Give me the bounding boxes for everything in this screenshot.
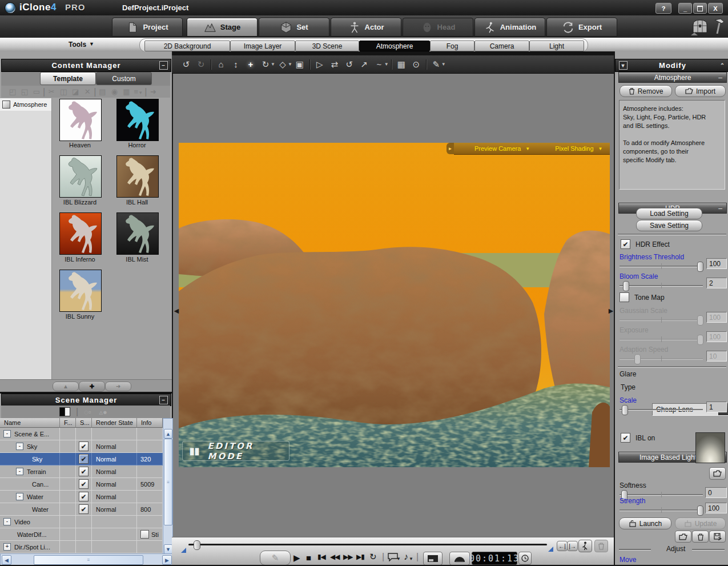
range-start-marker[interactable] <box>181 548 186 553</box>
expander[interactable]: - <box>16 443 23 450</box>
copy-icon[interactable]: ◫ <box>58 87 69 96</box>
redo-icon[interactable]: ↻ <box>194 59 208 70</box>
hdr-effect-checkbox[interactable]: ✔ <box>621 239 630 249</box>
music-note-icon[interactable]: ♪ <box>404 552 408 562</box>
column-render-state[interactable]: Render State <box>92 418 137 428</box>
timeline-track[interactable] <box>188 544 547 545</box>
undo-icon[interactable]: ↺ <box>179 59 194 70</box>
select-tool-icon[interactable]: ▷ <box>312 59 327 70</box>
expander[interactable]: - <box>16 493 23 500</box>
table-row-selected[interactable]: Sky ✔ Normal320 <box>0 453 163 465</box>
tab-export[interactable]: Export <box>546 18 617 37</box>
tab-actor[interactable]: Actor <box>331 18 401 37</box>
collapse-dash-icon[interactable]: – <box>718 204 722 212</box>
clock-button[interactable] <box>518 552 532 565</box>
panel-collapse-icon[interactable]: ⌃ <box>719 62 726 69</box>
softness-value[interactable]: 0 <box>705 487 727 498</box>
preview-camera-dropdown[interactable]: Preview Camera <box>474 145 521 152</box>
render-view[interactable] <box>179 143 610 467</box>
expander[interactable]: - <box>3 430 11 437</box>
tab-project[interactable]: Project <box>112 18 183 37</box>
select-shapes-icon[interactable]: ▵● <box>99 408 107 416</box>
caret-icon[interactable]: ▼ <box>288 62 292 67</box>
record-pen-button[interactable]: ✎ <box>260 551 291 565</box>
nav-add-button[interactable]: ✚ <box>79 381 105 392</box>
visibility-checkbox[interactable]: ✔ <box>79 467 89 476</box>
column-info[interactable]: Info <box>137 418 163 428</box>
still-checkbox[interactable] <box>140 530 149 539</box>
tone-map-checkbox[interactable]: ✔ <box>620 292 629 302</box>
ibl-save-button[interactable] <box>709 531 726 543</box>
loop-button[interactable]: ↻ <box>369 552 376 562</box>
bloom-scale-value[interactable]: 2 <box>706 278 727 288</box>
go-to-start-button[interactable]: ▮◀ <box>317 553 325 561</box>
select-dashed-icon[interactable]: ◌▫ <box>84 408 91 416</box>
cut-icon[interactable]: ✂ <box>46 87 57 96</box>
transfer-state-icon[interactable] <box>59 407 70 416</box>
caret-icon[interactable]: ▼ <box>598 146 603 151</box>
table-row[interactable]: -Water ✔ Normal <box>0 491 163 503</box>
ibl-texture-thumbnail[interactable] <box>695 432 725 463</box>
thumbnail-view-icon[interactable]: ▦ <box>120 87 132 96</box>
thumbnail-ibl-sunny[interactable] <box>59 270 102 312</box>
modify-menu-icon[interactable]: ▾ <box>619 61 628 70</box>
visibility-checkbox[interactable]: ✔ <box>79 479 89 489</box>
render-size-button[interactable] <box>423 552 443 565</box>
column-f[interactable]: F... <box>60 418 76 428</box>
table-row[interactable]: -Terrain ✔ Normal <box>0 465 163 478</box>
export-content-icon[interactable]: ▤ <box>96 87 108 96</box>
thumbnail-ibl-mist[interactable] <box>116 212 159 255</box>
thumbnail-heaven[interactable] <box>59 99 102 141</box>
expander[interactable]: - <box>3 518 11 525</box>
tab-set[interactable]: Set <box>259 18 329 37</box>
go-to-end-button[interactable]: ▶▮ <box>356 553 364 561</box>
fast-forward-button[interactable]: ▶▶ <box>343 553 352 561</box>
ibl-load-button[interactable] <box>675 531 691 543</box>
ibl-browse-button[interactable] <box>709 467 726 480</box>
next-frame-button[interactable]: |→ <box>567 541 578 551</box>
pan-vertical-icon[interactable]: ↕ <box>228 59 243 69</box>
hammer-tool-icon[interactable] <box>713 18 726 35</box>
stage-tab-atmosphere[interactable]: Atmosphere <box>359 41 430 51</box>
translate-object-icon[interactable]: ⇄ <box>327 59 342 70</box>
scroll-thumb[interactable]: ≡ <box>34 555 143 565</box>
tab-template[interactable]: Template <box>40 72 96 85</box>
stage-tab-light[interactable]: Light <box>529 41 584 51</box>
visibility-checkbox[interactable]: ✔ <box>79 454 89 464</box>
column-s[interactable]: S... <box>76 418 92 428</box>
tree-item-atmosphere[interactable]: Atmosphere <box>0 98 51 111</box>
timeline-thumb[interactable] <box>194 540 200 550</box>
thumbnail-horror[interactable] <box>116 99 159 141</box>
table-row[interactable]: Can... ✔ Normal5009 <box>0 478 163 491</box>
glare-scale-value[interactable]: 1 <box>706 402 727 412</box>
speed-gauge-button[interactable] <box>449 552 470 565</box>
thumbnail-ibl-hall[interactable] <box>116 155 159 198</box>
table-row[interactable]: WaterDif... Sti <box>0 528 163 541</box>
focus-frame-icon[interactable]: ▣ <box>292 59 307 70</box>
import-button[interactable]: Import <box>675 85 726 97</box>
stage-tab-2d-background[interactable]: 2D Background <box>144 41 230 51</box>
capture-icon[interactable]: ◉ <box>108 87 120 96</box>
scroll-thumb[interactable]: ≡ <box>164 439 172 525</box>
tab-animation[interactable]: Animation <box>474 18 545 37</box>
brightness-threshold-slider[interactable] <box>620 262 703 271</box>
caret-icon[interactable]: ▼ <box>441 62 446 67</box>
overlay-collapse-icon[interactable]: ► <box>447 143 454 154</box>
atmosphere-section-header[interactable]: Atmosphere– <box>618 72 727 83</box>
thumbnail-ibl-inferno[interactable] <box>59 212 102 255</box>
collapse-left-panel-icon[interactable]: ◄ <box>172 306 180 315</box>
paste-icon[interactable]: ◪ <box>70 87 81 96</box>
caret-icon[interactable]: ▼ <box>271 62 275 67</box>
collapse-dash-icon[interactable]: – <box>718 74 722 82</box>
strength-slider[interactable] <box>620 505 703 515</box>
nav-up-button[interactable]: ▲ <box>53 382 79 391</box>
launch-button[interactable]: Launch <box>619 517 671 529</box>
visibility-checkbox[interactable]: ✔ <box>79 492 89 501</box>
scale-object-icon[interactable]: ↗ <box>357 59 372 70</box>
remove-button[interactable]: Remove <box>620 85 672 97</box>
play-button[interactable]: ▶ <box>293 553 300 563</box>
stop-button[interactable]: ■ <box>306 553 311 563</box>
tools-menu[interactable]: Tools <box>69 41 86 49</box>
caret-icon[interactable]: ▼ <box>525 146 530 151</box>
nav-forward-button[interactable]: ➜ <box>105 382 131 391</box>
